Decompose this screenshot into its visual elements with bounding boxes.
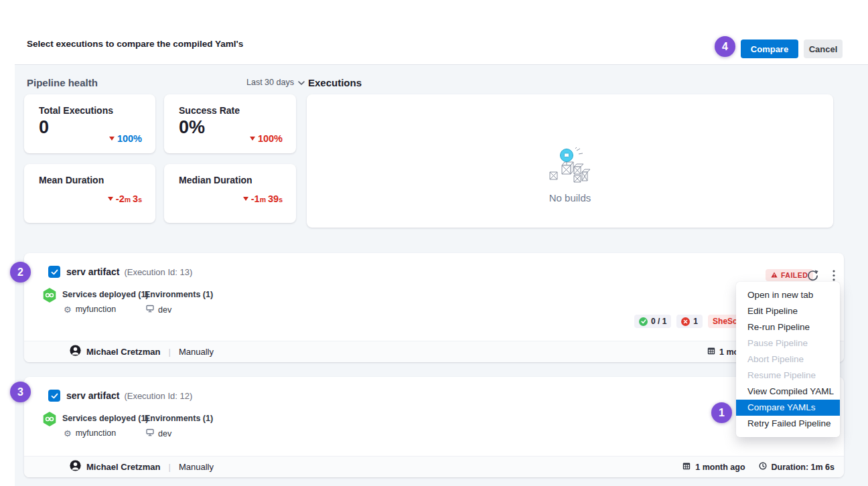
trend-down-icon [250, 137, 255, 141]
time-range-selector[interactable]: Last 30 days [246, 78, 305, 87]
more-options-icon[interactable] [826, 268, 841, 282]
stat-value: 0 [39, 117, 49, 138]
menu-item-pause-pipeline: Pause Pipeline [736, 335, 840, 351]
stat-title: Success Rate [179, 105, 240, 116]
environment-item: dev [146, 428, 171, 438]
calendar-icon [707, 347, 715, 357]
gear-icon: ⚙ [64, 305, 72, 314]
annotation-step-2: 2 [10, 262, 31, 282]
passed-count-badge: 0 / 1 [634, 315, 671, 328]
menu-item-resume-pipeline: Resume Pipeline [736, 368, 840, 384]
stat-card-total-executions: Total Executions 0 100% [24, 94, 155, 153]
environment-item: dev [146, 305, 171, 315]
stat-delta: -1m39s [243, 193, 283, 204]
execution-row-13[interactable]: serv artifact(Execution Id: 13) Services… [24, 253, 844, 362]
execution-row-12[interactable]: serv artifact(Execution Id: 12) Services… [24, 377, 844, 477]
stat-card-median-duration: Median Duration -1m39s [164, 164, 296, 223]
services-deployed-label: Services deployed (1) [62, 414, 149, 423]
avatar [70, 345, 81, 359]
rerun-icon[interactable] [805, 268, 820, 282]
cd-stage-icon [42, 288, 57, 305]
divider: | [169, 462, 171, 472]
execution-duration: Duration: 1m 6s [772, 463, 835, 472]
trigger-type: Manually [179, 347, 214, 357]
execution-title: serv artifact(Execution Id: 13) [66, 266, 192, 277]
environments-label: Environments (1) [145, 414, 213, 423]
execution-footer: Michael Cretzman | Manually 1 month ago … [24, 456, 844, 477]
environments-label: Environments (1) [145, 290, 213, 299]
page-title: Select executions to compare the compile… [27, 39, 243, 49]
stat-card-mean-duration: Mean Duration -2m3s [24, 164, 155, 223]
content-area: Pipeline health Last 30 days Total Execu… [15, 64, 868, 486]
stat-title: Mean Duration [39, 175, 104, 185]
warning-icon [771, 271, 778, 279]
executions-heading: Executions [308, 77, 362, 88]
check-icon [50, 392, 59, 400]
divider: | [169, 347, 171, 357]
cancel-button[interactable]: Cancel [804, 39, 843, 58]
compare-button[interactable]: Compare [741, 39, 798, 58]
success-check-icon [639, 317, 648, 326]
annotation-step-3: 3 [10, 382, 31, 402]
trend-down-icon [109, 137, 115, 141]
stat-title: Total Executions [39, 105, 113, 116]
clock-icon [759, 462, 767, 472]
cd-stage-icon [42, 412, 57, 429]
services-deployed-label: Services deployed (1) [62, 290, 149, 299]
trend-down-icon [243, 197, 248, 201]
execution-time-duration: 1 month ago Duration: 1m 6s [682, 457, 835, 477]
service-item: ⚙ myfunction [64, 305, 116, 314]
execution-checkbox[interactable] [48, 266, 60, 278]
stat-delta: 100% [109, 133, 142, 144]
gear-icon: ⚙ [64, 429, 72, 438]
stat-delta: 100% [250, 133, 283, 144]
author-name: Michael Cretzman [86, 462, 161, 472]
empty-state-label: No builds [549, 192, 591, 204]
execution-title: serv artifact(Execution Id: 12) [66, 390, 192, 401]
author-name: Michael Cretzman [86, 347, 161, 357]
stat-card-success-rate: Success Rate 0% 100% [164, 94, 296, 153]
execution-checkbox[interactable] [48, 390, 60, 402]
check-icon [50, 268, 59, 276]
annotation-step-4: 4 [715, 36, 735, 57]
no-builds-illustration [542, 147, 598, 189]
chevron-down-icon [298, 78, 305, 87]
menu-item-view-compiled-yaml[interactable]: View Compiled YAML [736, 384, 840, 400]
execution-time: 1 month ago [695, 463, 745, 472]
pipeline-health-heading: Pipeline health [27, 77, 98, 88]
calendar-icon [682, 462, 691, 472]
environment-icon [146, 305, 154, 315]
menu-item-retry-failed-pipeline[interactable]: Retry Failed Pipeline [736, 416, 840, 432]
environment-icon [146, 428, 154, 438]
menu-item-re-run-pipeline[interactable]: Re-run Pipeline [736, 319, 840, 335]
failed-count-badge: 1 [676, 315, 703, 328]
fail-x-icon [681, 317, 690, 326]
stat-delta: -2m3s [108, 193, 142, 204]
menu-item-abort-pipeline: Abort Pipeline [736, 351, 840, 368]
stat-value: 0% [179, 117, 205, 138]
annotation-step-1: 1 [711, 402, 732, 423]
service-item: ⚙ myfunction [64, 428, 116, 438]
time-range-label: Last 30 days [246, 78, 294, 87]
stat-title: Median Duration [179, 175, 252, 185]
menu-item-compare-yamls[interactable]: Compare YAMLs [736, 400, 840, 416]
menu-item-open-in-new-tab[interactable]: Open in new tab [736, 287, 840, 303]
trigger-type: Manually [179, 462, 214, 472]
menu-item-edit-pipeline[interactable]: Edit Pipeline [736, 303, 840, 319]
executions-empty-panel: No builds [307, 94, 833, 228]
avatar [70, 460, 81, 474]
trend-down-icon [108, 197, 113, 201]
execution-footer: Michael Cretzman | Manually 1 month ago [24, 341, 844, 362]
pipeline-context-menu: Open in new tab Edit Pipeline Re-run Pip… [736, 282, 840, 437]
